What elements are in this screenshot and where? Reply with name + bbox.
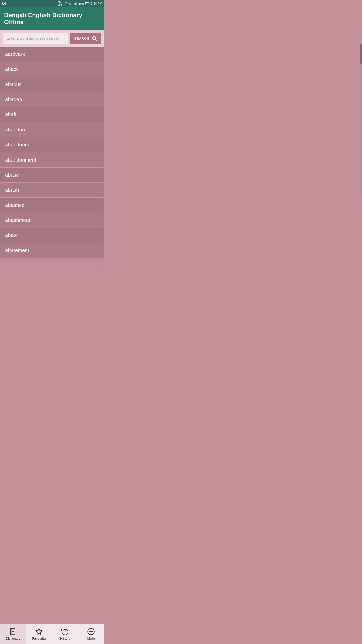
word-list-item[interactable]: abatement (0, 243, 104, 258)
svg-point-10 (93, 37, 96, 40)
word-list-item[interactable]: abase (0, 168, 104, 183)
word-list-item[interactable]: abash (0, 183, 104, 198)
svg-line-11 (95, 39, 97, 41)
svg-rect-5 (75, 3, 76, 5)
bottom-spacer (0, 258, 104, 279)
word-list-item[interactable]: abaft (0, 107, 104, 122)
search-icon (92, 36, 97, 41)
app-header: Bengali English Dictionary Offline (0, 7, 104, 30)
svg-rect-9 (85, 3, 86, 5)
word-list-wrapper: aardvarkabackabacusabadanabaftabandonaba… (0, 47, 104, 279)
gallery-icon (2, 2, 6, 6)
word-list-item[interactable]: abandon (0, 122, 104, 137)
svg-rect-3 (74, 4, 74, 5)
status-bar-right: 0B/s 0B/s 4G+ 15% 3:54 PM (58, 1, 102, 6)
search-input[interactable] (3, 33, 68, 44)
svg-rect-4 (75, 3, 75, 5)
search-button-label: SEARCH (74, 37, 89, 41)
network-type-label: 4G+ (68, 2, 73, 5)
word-list-item[interactable]: abashment (0, 213, 104, 228)
word-list-item[interactable]: abashed (0, 198, 104, 213)
word-list-item[interactable]: aardvark (0, 47, 104, 62)
signal-icon (74, 2, 78, 5)
battery-icon (85, 2, 90, 5)
word-list-item[interactable]: abate (0, 228, 104, 243)
word-list-item[interactable]: abandoned (0, 137, 104, 152)
network-speed: 0B/s 0B/s (58, 1, 62, 6)
word-list-item[interactable]: abadan (0, 92, 104, 107)
word-list: aardvarkabackabacusabadanabaftabandonaba… (0, 47, 104, 258)
search-container: SEARCH (0, 30, 104, 47)
status-bar-left (2, 2, 57, 6)
alarm-icon (63, 2, 67, 5)
word-list-item[interactable]: aback (0, 62, 104, 77)
time-label: 3:54 PM (91, 2, 102, 5)
word-list-item[interactable]: abandonment (0, 152, 104, 168)
svg-point-1 (3, 3, 4, 3)
svg-rect-6 (76, 2, 77, 5)
app-title: Bengali English Dictionary Offline (4, 12, 100, 26)
status-bar: 0B/s 0B/s 4G+ 15% 3:54 PM (0, 0, 104, 7)
svg-rect-8 (89, 3, 89, 4)
battery-label: 15% (79, 2, 84, 5)
word-list-item[interactable]: abacus (0, 77, 104, 92)
search-button[interactable]: SEARCH (70, 33, 101, 44)
